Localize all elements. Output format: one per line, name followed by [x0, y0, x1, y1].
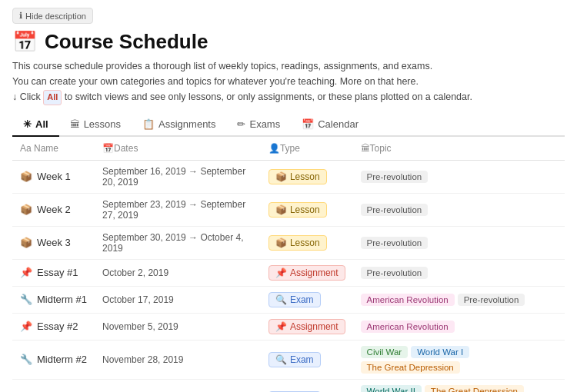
- type-icon: 📦: [275, 171, 287, 182]
- row-icon: 🔧: [20, 294, 32, 305]
- topic-tag: Civil War: [361, 346, 409, 358]
- name-cell: 🚩Final Exam: [12, 379, 95, 392]
- row-name: Essay #1: [37, 267, 78, 278]
- tab-bar: ✳ All 🏛 Lessons 📋 Assignments ✏ Exams 📅 …: [12, 113, 565, 137]
- topic-cell: Pre-revolution: [353, 160, 565, 193]
- type-icon: 📌: [275, 267, 287, 278]
- type-cell: 🔍Exam: [261, 340, 353, 379]
- topic-cell: World War IIThe Great DepressionWorld Wa…: [353, 379, 565, 392]
- type-icon: 🔍: [275, 294, 287, 305]
- topic-tag: Pre-revolution: [361, 171, 429, 183]
- col-topic: 🏛Topic: [353, 137, 565, 161]
- row-icon: 📌: [20, 267, 32, 278]
- row-name: Week 1: [37, 171, 71, 182]
- tab-assignments-label: Assignments: [158, 118, 215, 130]
- type-cell: 🔍Exam: [261, 286, 353, 313]
- topic-cell: Pre-revolution: [353, 193, 565, 226]
- row-name: Midterm #1: [37, 294, 87, 305]
- tab-all[interactable]: ✳ All: [12, 113, 59, 137]
- row-icon: 📌: [20, 321, 32, 332]
- col-topic-icon: 🏛: [361, 143, 370, 154]
- row-icon: 📦: [20, 237, 32, 248]
- desc-line-1: This course schedule provides a thorough…: [12, 61, 432, 71]
- dates-cell: September 30, 2019 → October 4, 2019: [95, 226, 261, 259]
- lessons-icon: 🏛: [70, 118, 80, 130]
- type-icon: 📌: [275, 321, 287, 332]
- topic-tag: The Great Depression: [361, 361, 460, 374]
- tab-exams[interactable]: ✏ Exams: [226, 113, 291, 137]
- table-row: 🔧Midterm #1October 17, 2019🔍ExamAmerican…: [12, 286, 565, 313]
- row-name: Essay #2: [37, 321, 78, 332]
- type-badge: 🔍Exam: [268, 292, 321, 307]
- tab-lessons-label: Lessons: [84, 118, 121, 130]
- topic-cell: American RevolutionPre-revolution: [353, 286, 565, 313]
- type-cell: 📦Lesson: [261, 193, 353, 226]
- row-name: Midterm #2: [37, 354, 87, 365]
- assignments-icon: 📋: [142, 118, 155, 130]
- table-row: 🚩Final ExamDecember 19, 2019🔍ExamWorld W…: [12, 379, 565, 392]
- type-cell: 📦Lesson: [261, 226, 353, 259]
- type-badge: 📌Assignment: [268, 319, 345, 334]
- table-row: 📦Week 1September 16, 2019 → September 20…: [12, 160, 565, 193]
- hide-description-button[interactable]: ℹ Hide description: [12, 8, 93, 24]
- tab-assignments[interactable]: 📋 Assignments: [132, 113, 226, 137]
- name-cell: 🔧Midterm #1: [12, 286, 95, 313]
- row-icon: 🔧: [20, 354, 32, 365]
- col-topic-label: Topic: [370, 143, 392, 154]
- title-row: 📅 Course Schedule: [12, 30, 565, 54]
- hide-desc-label: Hide description: [25, 12, 86, 21]
- dates-cell: September 16, 2019 → September 20, 2019: [95, 160, 261, 193]
- topic-tag: American Revolution: [361, 294, 455, 306]
- col-type-label: Type: [280, 143, 300, 154]
- dates-cell: November 28, 2019: [95, 340, 261, 379]
- exams-icon: ✏: [237, 118, 245, 130]
- type-badge: 🔍Exam: [268, 352, 321, 367]
- dates-cell: December 19, 2019: [95, 379, 261, 392]
- topic-cell: American Revolution: [353, 313, 565, 340]
- topic-tag: Pre-revolution: [361, 204, 429, 216]
- topic-tag: Pre-revolution: [361, 267, 429, 279]
- desc-line-2: You can create your own categories and t…: [12, 76, 419, 87]
- description: This course schedule provides a thorough…: [12, 58, 565, 105]
- col-dates-icon: 📅: [102, 143, 114, 154]
- table-row: 📌Essay #2November 5, 2019📌AssignmentAmer…: [12, 313, 565, 340]
- topic-tag: World War I: [411, 346, 469, 358]
- tab-calendar-label: Calendar: [318, 118, 359, 130]
- name-cell: 📦Week 3: [12, 226, 95, 259]
- name-cell: 📦Week 1: [12, 160, 95, 193]
- topic-tag: Pre-revolution: [458, 294, 525, 306]
- desc-line-3-suffix: to switch views and see only lessons, or…: [62, 91, 472, 102]
- table-row: 🔧Midterm #2November 28, 2019🔍ExamCivil W…: [12, 340, 565, 379]
- tab-lessons[interactable]: 🏛 Lessons: [59, 113, 132, 137]
- type-icon: 📦: [275, 238, 287, 248]
- table-row: 📦Week 3September 30, 2019 → October 4, 2…: [12, 226, 565, 259]
- type-badge: 📦Lesson: [268, 202, 327, 218]
- name-cell: 📦Week 2: [12, 193, 95, 226]
- calendar-icon: 📅: [12, 30, 37, 54]
- topic-tag: American Revolution: [361, 321, 455, 333]
- dates-cell: September 23, 2019 → September 27, 2019: [95, 193, 261, 226]
- all-badge[interactable]: All: [43, 90, 62, 105]
- table-row: 📌Essay #1October 2, 2019📌AssignmentPre-r…: [12, 259, 565, 286]
- col-name: Aa Name: [12, 137, 95, 161]
- calendar-tab-icon: 📅: [302, 118, 314, 130]
- all-icon: ✳: [23, 118, 32, 130]
- dates-cell: October 2, 2019: [95, 259, 261, 286]
- dates-cell: November 5, 2019: [95, 313, 261, 340]
- tab-calendar[interactable]: 📅 Calendar: [291, 113, 369, 137]
- topic-tag: The Great Depression: [425, 385, 524, 392]
- type-badge: 📦Lesson: [268, 235, 327, 251]
- col-type-icon: 👤: [268, 143, 280, 154]
- table-header-row: Aa Name 📅Dates 👤Type 🏛Topic: [12, 137, 565, 161]
- desc-line-3-prefix: ↓ Click: [12, 91, 43, 102]
- type-icon: 🔍: [275, 354, 287, 365]
- type-cell: 📦Lesson: [261, 160, 353, 193]
- col-type: 👤Type: [261, 137, 353, 161]
- name-cell: 🔧Midterm #2: [12, 340, 95, 379]
- page-container: ℹ Hide description 📅 Course Schedule Thi…: [0, 0, 577, 392]
- tab-all-label: All: [35, 118, 48, 130]
- row-name: Week 2: [37, 204, 71, 215]
- col-dates: 📅Dates: [95, 137, 261, 161]
- col-name-label: Aa Name: [20, 143, 58, 154]
- name-cell: 📌Essay #2: [12, 313, 95, 340]
